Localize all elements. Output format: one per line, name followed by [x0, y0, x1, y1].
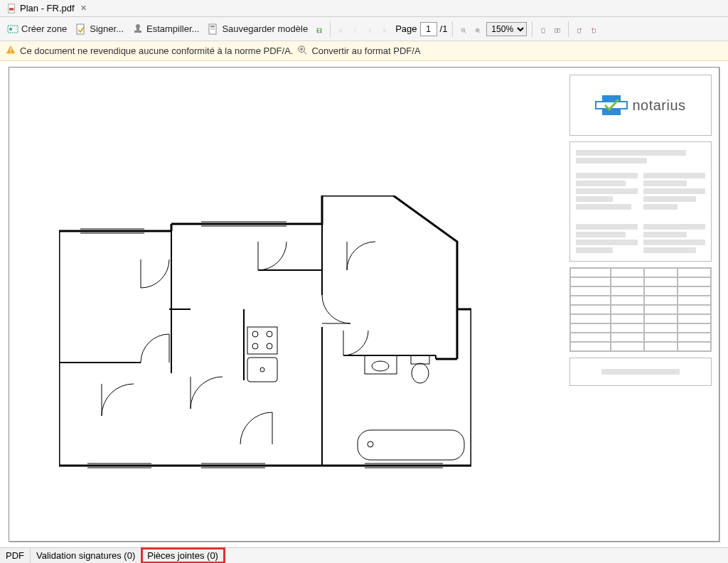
svg-point-71 — [368, 441, 373, 447]
bottom-tab-bar: PDF Validation signatures (0) Pièces joi… — [0, 547, 728, 563]
warning-icon — [6, 45, 16, 57]
stamp-button[interactable]: Estampiller... — [129, 22, 202, 36]
sign-button[interactable]: Signer... — [73, 22, 127, 36]
main-toolbar: Créer zone Signer... Estampiller... Sauv… — [0, 17, 728, 41]
stamp-label: Estampiller... — [146, 23, 199, 34]
stamp-icon — [132, 23, 144, 35]
convert-pdfa-link[interactable]: Convertir au format PDF/A — [311, 45, 420, 56]
close-tab-icon[interactable]: ✕ — [80, 4, 87, 13]
toolbar-separator — [532, 21, 532, 37]
create-zone-label: Créer zone — [21, 23, 67, 34]
svg-point-63 — [267, 343, 272, 349]
nav-next-icon[interactable] — [364, 23, 375, 35]
svg-rect-5 — [134, 31, 141, 33]
revision-table — [569, 267, 712, 352]
convert-icon — [297, 45, 307, 57]
svg-rect-22 — [542, 28, 545, 33]
document-tab-bar: Plan - FR.pdf ✕ — [0, 0, 728, 17]
create-zone-button[interactable]: Créer zone — [4, 22, 70, 36]
svg-point-60 — [252, 331, 258, 337]
svg-rect-59 — [247, 327, 277, 354]
svg-point-65 — [260, 368, 264, 372]
svg-rect-27 — [593, 29, 596, 33]
svg-rect-68 — [411, 355, 429, 364]
view-single-page-icon[interactable] — [537, 23, 549, 35]
svg-point-61 — [267, 331, 272, 337]
sign-label: Signer... — [90, 23, 124, 34]
document-viewer[interactable]: notarius — [0, 61, 728, 547]
save-model-icon — [208, 23, 219, 35]
svg-line-19 — [479, 31, 481, 33]
document-tab-title: Plan - FR.pdf — [20, 3, 75, 14]
title-block-column: notarius — [569, 75, 712, 534]
zoom-select[interactable]: 150% — [486, 22, 527, 36]
nav-prev-icon[interactable] — [350, 23, 361, 35]
page-number-input[interactable] — [420, 22, 437, 36]
svg-rect-10 — [210, 28, 215, 28]
svg-rect-23 — [555, 28, 557, 32]
tab-validation-signatures[interactable]: Validation signatures (0) — [31, 548, 141, 563]
page-label: Page — [395, 23, 417, 34]
nav-last-icon[interactable] — [378, 23, 390, 35]
svg-line-16 — [465, 31, 466, 33]
svg-rect-30 — [10, 48, 11, 50]
svg-rect-9 — [210, 26, 215, 27]
svg-line-33 — [304, 52, 307, 55]
tab-pdf[interactable]: PDF — [0, 548, 31, 563]
svg-rect-14 — [318, 31, 321, 32]
svg-point-7 — [136, 24, 140, 28]
svg-rect-1 — [9, 8, 14, 11]
floor-plan-drawing — [59, 195, 471, 480]
zoom-out-icon[interactable] — [458, 23, 469, 35]
document-tab[interactable]: Plan - FR.pdf ✕ — [3, 1, 91, 15]
pdf-file-icon — [7, 4, 17, 14]
pdfa-message: Ce document ne revendique aucune conform… — [20, 45, 293, 56]
view-two-page-icon[interactable] — [552, 23, 563, 35]
svg-rect-24 — [558, 28, 560, 32]
svg-rect-70 — [358, 430, 464, 460]
nav-first-icon[interactable] — [336, 23, 347, 35]
info-panel-top — [569, 141, 712, 262]
save-button[interactable] — [314, 23, 325, 35]
svg-rect-64 — [247, 358, 277, 382]
tab-attachments[interactable]: Pièces jointes (0) — [141, 548, 225, 563]
pdf-page: notarius — [9, 67, 719, 542]
svg-rect-31 — [10, 52, 11, 53]
svg-point-62 — [252, 343, 258, 349]
brand-panel: notarius — [569, 75, 712, 136]
stamp-panel — [569, 358, 712, 386]
sign-icon — [75, 23, 87, 35]
svg-rect-13 — [318, 28, 321, 30]
svg-point-3 — [9, 28, 12, 31]
save-model-button[interactable]: Sauvegarder modèle — [205, 22, 311, 36]
toolbar-separator — [452, 21, 453, 37]
svg-rect-25 — [578, 29, 581, 33]
create-zone-icon — [7, 23, 18, 35]
save-model-label: Sauvegarder modèle — [222, 23, 308, 34]
pdfa-info-bar: Ce document ne revendique aucune conform… — [0, 41, 728, 61]
brand-name: notarius — [632, 97, 685, 114]
page-total: /1 — [440, 23, 448, 34]
rotate-left-icon[interactable] — [574, 23, 585, 35]
toolbar-separator — [568, 21, 569, 37]
zoom-in-icon[interactable] — [472, 23, 483, 35]
svg-rect-11 — [210, 29, 215, 30]
svg-point-67 — [372, 361, 389, 371]
svg-point-69 — [412, 363, 429, 383]
rotate-right-icon[interactable] — [588, 23, 599, 35]
notarius-logo-icon — [595, 91, 628, 119]
toolbar-separator — [330, 21, 331, 37]
